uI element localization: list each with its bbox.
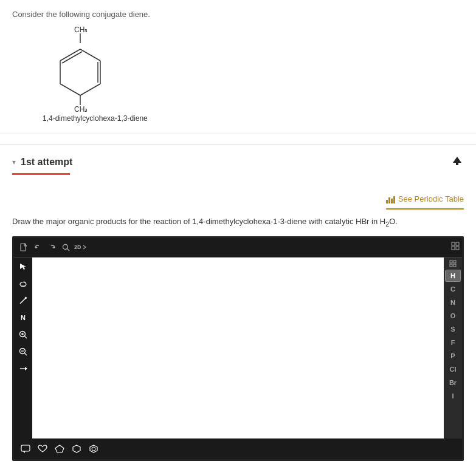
svg-rect-25 [456,242,459,245]
benzene-shape-button[interactable] [87,442,100,455]
svg-rect-24 [452,242,455,245]
svg-marker-28 [20,264,26,270]
periodic-table-label: See Periodic Table [398,194,464,203]
svg-line-8 [60,84,80,95]
element-I-button[interactable]: I [445,390,461,402]
attempt-header-row: ▾ 1st attempt [12,145,464,173]
heart-shape-button[interactable] [36,442,49,455]
drawing-canvas[interactable] [32,258,444,438]
svg-line-2 [60,49,80,61]
hexagon-shape-button[interactable] [70,442,83,455]
svg-rect-13 [456,162,458,165]
element-N-button[interactable]: N [445,296,461,309]
svg-marker-48 [55,445,64,452]
svg-rect-42 [450,261,452,263]
svg-marker-49 [73,445,80,452]
molecule-section: Consider the following conjugate diene. … [0,0,476,134]
svg-line-38 [25,353,27,355]
molecule-drawing: CH₃ [36,24,464,123]
element-toolbar: H C N O S F P Cl Br I [444,258,462,438]
chevron-down-icon: ▾ [12,158,16,166]
arrow-up-icon [450,154,464,168]
drawing-toolbar-top: 2D [14,238,462,258]
selection-shape-button[interactable] [19,442,32,455]
svg-line-34 [25,336,27,338]
svg-rect-16 [391,199,393,203]
redo-button[interactable] [46,242,58,253]
element-F-button[interactable]: F [445,336,461,349]
bond-tool-button[interactable] [16,294,30,307]
arrow-tool-button[interactable] [16,260,30,273]
svg-rect-46 [21,445,30,451]
pentagon-shape-button[interactable] [53,442,66,455]
fullscreen-icon [449,260,457,267]
element-Br-button[interactable]: Br [445,377,461,389]
svg-line-7 [80,84,100,95]
svg-rect-44 [450,264,452,267]
drawing-toolbar-bottom [14,438,462,459]
element-P-button[interactable]: P [445,350,461,362]
attempt-section: ▾ 1st attempt See Periodic Table Draw t [0,145,476,464]
2d-label: 2D [74,244,87,250]
svg-rect-27 [456,247,459,250]
new-file-button[interactable] [18,242,30,253]
svg-rect-45 [454,264,456,267]
element-O-button[interactable]: O [445,310,461,322]
svg-marker-12 [453,157,461,163]
element-S-button[interactable]: S [445,323,461,335]
drawing-toolbar-left: N [14,258,32,438]
consider-text: Consider the following conjugate diene. [12,10,464,19]
periodic-table-icon [386,195,396,203]
drawing-canvas-area[interactable]: 2D N [12,236,464,461]
molecule-label: 1,4-dimethylcyclohexa-1,3-diene [43,114,464,123]
periodic-table-row: See Periodic Table [12,185,464,216]
svg-point-29 [20,282,26,286]
svg-rect-14 [386,200,388,203]
svg-rect-17 [393,196,395,203]
molecule-svg: CH₃ [36,24,109,112]
svg-line-4 [80,49,100,61]
svg-line-23 [67,248,70,251]
sort-arrow-icon[interactable] [450,154,464,169]
svg-rect-26 [452,247,455,250]
svg-text:CH₃: CH₃ [74,105,88,112]
zoom-out-button[interactable] [16,345,30,358]
text-tool-button[interactable]: N [16,311,30,324]
question-text: Draw the major organic products for the … [12,216,464,229]
grid-icon [451,242,460,251]
svg-marker-41 [25,367,27,370]
element-C-button[interactable]: C [445,283,461,295]
svg-line-3 [62,52,82,63]
periodic-table-link[interactable]: See Periodic Table [386,188,464,210]
zoom-fit-button[interactable] [60,242,72,253]
attempt-underline [12,173,70,175]
svg-point-22 [63,244,68,249]
element-H-button[interactable]: H [445,270,461,282]
svg-point-51 [92,447,95,451]
undo-button[interactable] [32,242,44,253]
zoom-in-button[interactable] [16,328,30,341]
svg-rect-18 [21,244,26,251]
svg-rect-43 [454,261,456,263]
attempt-toggle[interactable]: ▾ 1st attempt [12,157,72,168]
svg-marker-21 [52,246,55,248]
element-Cl-button[interactable]: Cl [445,363,461,375]
svg-marker-50 [90,445,97,452]
svg-text:CH₃: CH₃ [74,26,88,34]
eraser-tool-button[interactable] [16,277,30,290]
attempt-title: 1st attempt [21,157,72,168]
svg-rect-15 [388,197,390,203]
svg-marker-20 [35,246,38,248]
move-tool-button[interactable] [16,362,30,375]
